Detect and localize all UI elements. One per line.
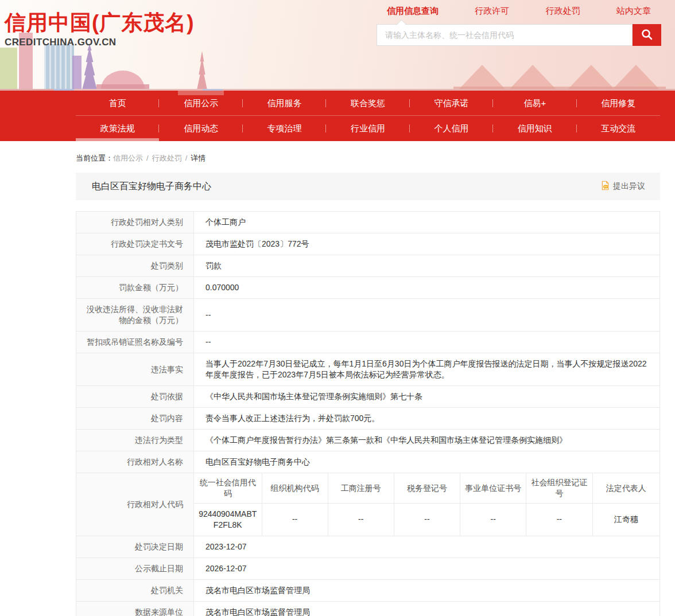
breadcrumb-separator: / [146, 154, 149, 162]
dome-building-illustration [96, 84, 149, 89]
row-label: 处罚类别 [76, 255, 194, 277]
building-illustration [0, 48, 17, 89]
site-logo-title: 信用中国(广东茂名) [5, 11, 195, 35]
bridge-illustration [459, 65, 557, 89]
raise-objection-label: 提出异议 [613, 181, 645, 192]
row-value: -- [194, 332, 660, 353]
nav-item-credit-services[interactable]: 信用服务 [243, 91, 326, 115]
row-value: 《个体工商户年度报告暂行办法》第三条第一款和《中华人民共和国市场主体登记管理条例… [194, 430, 660, 451]
code-column-header: 统一社会信用代码 [194, 473, 262, 504]
code-value: -- [328, 504, 394, 536]
row-label: 行政处罚相对人类别 [76, 212, 194, 233]
page-title: 电白区百宝好物电子商务中心 [92, 181, 211, 193]
code-value: -- [460, 504, 526, 536]
code-column-header: 法定代表人 [592, 473, 660, 504]
row-label: 违法事实 [76, 353, 194, 386]
code-column-header: 税务登记号 [394, 473, 460, 504]
nav-item-policies-regulations[interactable]: 政策法规 [76, 116, 159, 141]
code-value-legal-representative: 江奇穗 [592, 504, 660, 536]
row-label: 数据来源单位 [76, 601, 194, 616]
row-label: 行政相对人代码 [76, 473, 194, 536]
quick-link-administrative-penalty[interactable]: 行政处罚 [546, 6, 580, 17]
code-value: -- [262, 504, 328, 536]
nav-item-trust-commitment[interactable]: 守信承诺 [410, 91, 493, 115]
code-column-header: 社会组织登记证号 [526, 473, 592, 504]
breadcrumb-current-detail: 详情 [191, 154, 205, 162]
entity-codes-table: 统一社会信用代码 组织机构代码 工商注册号 税务登记号 事业单位证书号 社会组织… [194, 473, 660, 536]
search-input[interactable] [377, 24, 633, 46]
building-illustration [72, 56, 82, 89]
row-label: 暂扣或吊销证照名称及编号 [76, 332, 194, 353]
code-value: -- [394, 504, 460, 536]
row-label: 违法行为类型 [76, 430, 194, 451]
nav-item-interactive-exchange[interactable]: 互动交流 [577, 116, 660, 141]
breadcrumb-separator: / [185, 154, 188, 162]
tower-illustration [195, 51, 209, 89]
entity-codes-cell: 统一社会信用代码 组织机构代码 工商注册号 税务登记号 事业单位证书号 社会组织… [194, 473, 660, 536]
table-row: 没收违法所得、没收非法财物的金额（万元）-- [76, 299, 660, 332]
row-value: 茂名市电白区市场监督管理局 [194, 579, 660, 601]
site-logo-domain: CREDITCHINA.GOV.CN [5, 37, 195, 48]
entity-codes-value-row: 92440904MABTF2FL8K -- -- -- -- -- 江奇穗 [194, 504, 660, 536]
code-value: -- [526, 504, 592, 536]
row-value: 0.070000 [194, 277, 660, 299]
nav-item-credit-plus[interactable]: 信易+ [493, 91, 576, 115]
row-label: 处罚依据 [76, 386, 194, 408]
table-row: 处罚类别罚款 [76, 255, 660, 277]
row-value: 电白区百宝好物电子商务中心 [194, 451, 660, 473]
search-bar [377, 24, 661, 46]
row-label: 行政相对人名称 [76, 451, 194, 473]
main-navbar: 首页 信用公示 信用服务 联合奖惩 守信承诺 信易+ 信用修复 政策法规 信用动… [0, 91, 675, 141]
nav-item-personal-credit[interactable]: 个人信用 [410, 116, 493, 141]
table-row: 行政处罚决定书文号茂电市监处罚〔2023〕772号 [76, 233, 660, 255]
quick-link-administrative-license[interactable]: 行政许可 [475, 6, 509, 17]
row-label: 罚款金额（万元） [76, 277, 194, 299]
table-row: 公示截止日期2026-12-07 [76, 557, 660, 579]
nav-row-1: 首页 信用公示 信用服务 联合奖惩 守信承诺 信易+ 信用修复 [76, 91, 660, 116]
quick-link-site-articles[interactable]: 站内文章 [616, 6, 651, 17]
nav-item-credit-knowledge[interactable]: 信用知识 [493, 116, 576, 141]
breadcrumb-link-credit-disclosure[interactable]: 信用公示 [113, 154, 143, 162]
site-logo[interactable]: 信用中国(广东茂名) CREDITCHINA.GOV.CN [5, 11, 195, 48]
row-value: 2023-12-07 [194, 536, 660, 557]
search-button[interactable] [633, 24, 661, 46]
nav-item-credit-disclosure[interactable]: 信用公示 [159, 91, 242, 115]
main-content: 当前位置：信用公示/行政处罚/详情 电白区百宝好物电子商务中心 提出异议 行政处… [76, 153, 660, 616]
breadcrumb-link-administrative-penalty[interactable]: 行政处罚 [152, 154, 182, 162]
header-search-area: 信用信息查询 行政许可 行政处罚 站内文章 [377, 6, 661, 46]
row-value: 茂电市监处罚〔2023〕772号 [194, 233, 660, 255]
table-row: 罚款金额（万元）0.070000 [76, 277, 660, 299]
table-row-entity-codes: 行政相对人代码 统一社会信用代码 组织机构代码 工商注册号 税务登记号 [76, 473, 660, 536]
bridge-illustration [453, 87, 666, 89]
quick-link-credit-info-query[interactable]: 信用信息查询 [387, 6, 439, 17]
raise-objection-button[interactable]: 提出异议 [600, 181, 645, 192]
code-column-header: 事业单位证书号 [460, 473, 526, 504]
row-label: 处罚内容 [76, 408, 194, 430]
row-label: 处罚决定日期 [76, 536, 194, 557]
nav-item-credit-repair[interactable]: 信用修复 [577, 91, 660, 115]
header-quick-links: 信用信息查询 行政许可 行政处罚 站内文章 [377, 6, 661, 17]
nav-item-industry-credit[interactable]: 行业信用 [326, 116, 409, 141]
table-row: 处罚内容责令当事人改正上述违法行为，并处罚款700元。 [76, 408, 660, 430]
table-row: 处罚依据《中华人民共和国市场主体登记管理条例实施细则》第七十条 [76, 386, 660, 408]
table-row: 行政相对人名称电白区百宝好物电子商务中心 [76, 451, 660, 473]
penalty-detail-table: 行政处罚相对人类别个体工商户 行政处罚决定书文号茂电市监处罚〔2023〕772号… [76, 211, 660, 616]
code-value-unified-social-credit: 92440904MABTF2FL8K [194, 504, 262, 536]
breadcrumb-prefix: 当前位置： [76, 154, 113, 162]
nav-item-joint-rewards-punishments[interactable]: 联合奖惩 [326, 91, 409, 115]
nav-row-2: 政策法规 信用动态 专项治理 行业信用 个人信用 信用知识 互动交流 [76, 116, 660, 141]
breadcrumb: 当前位置：信用公示/行政处罚/详情 [76, 153, 660, 163]
code-column-header: 组织机构代码 [262, 473, 328, 504]
nav-item-credit-news[interactable]: 信用动态 [159, 116, 242, 141]
row-value: 个体工商户 [194, 212, 660, 233]
building-illustration [44, 44, 74, 89]
table-row: 暂扣或吊销证照名称及编号-- [76, 332, 660, 353]
table-row: 行政处罚相对人类别个体工商户 [76, 212, 660, 233]
table-row: 违法事实当事人于2022年7月30日登记成立，每年1月1日至6月30日为个体工商… [76, 353, 660, 386]
nav-item-special-governance[interactable]: 专项治理 [243, 116, 326, 141]
bridge-illustration [568, 65, 660, 89]
nav-item-home[interactable]: 首页 [76, 91, 159, 115]
entity-codes-header-row: 统一社会信用代码 组织机构代码 工商注册号 税务登记号 事业单位证书号 社会组织… [194, 473, 660, 504]
table-row: 处罚决定日期2023-12-07 [76, 536, 660, 557]
row-value: 罚款 [194, 255, 660, 277]
